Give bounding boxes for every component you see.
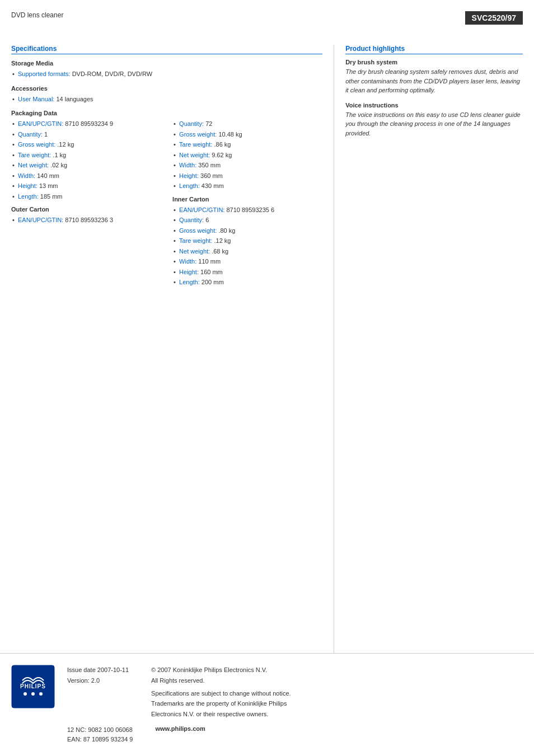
highlight-item-dry-brush: Dry brush system The dry brush cleaning …: [345, 59, 523, 95]
spec-label: Length:: [179, 182, 200, 189]
spec-value: 72: [204, 120, 212, 127]
product-highlights-title: Product highlights: [345, 45, 523, 54]
spec-label: Net weight:: [179, 248, 210, 255]
spec-value: 14 languages: [56, 96, 93, 102]
philips-logo-svg: PHILIPS: [11, 665, 55, 708]
spec-label: Width:: [179, 258, 196, 265]
spec-value: 185 mm: [39, 193, 63, 200]
list-item: Gross weight: .12 kg: [11, 139, 161, 150]
list-item: EAN/UPC/GTIN: 8710 89593236 3: [11, 215, 161, 226]
list-item: Net weight: .02 kg: [11, 160, 161, 171]
spec-value: 360 mm: [199, 172, 223, 179]
spec-value: .86 kg: [212, 141, 231, 148]
packaging-col: EAN/UPC/GTIN: 8710 89593234 9 Quantity: …: [11, 119, 161, 292]
footer-bottom: 12 NC: 9082 100 06068 EAN: 87 10895 9323…: [67, 725, 291, 745]
page-wrapper: DVD lens cleaner SVC2520/97 Specificatio…: [0, 0, 534, 756]
list-item: Width: 110 mm: [172, 256, 322, 267]
list-item: Tare weight: .1 kg: [11, 150, 161, 161]
main-content: Specifications Storage Media Supported f…: [0, 34, 534, 756]
list-item: EAN/UPC/GTIN: 8710 89593235 6: [172, 205, 322, 215]
list-item: Gross weight: 10.48 kg: [172, 129, 322, 140]
spec-label: Height:: [179, 269, 199, 275]
footer-info: Issue date 2007-10-11 Version: 2.0 © 200…: [67, 665, 291, 745]
storage-media-title: Storage Media: [11, 60, 322, 67]
spec-label: Tare weight:: [179, 237, 212, 244]
spec-label: Gross weight:: [179, 227, 217, 234]
spec-value: .1 kg: [51, 152, 66, 158]
spec-label: Height:: [179, 172, 199, 179]
spec-value: 13 mm: [38, 182, 58, 189]
list-item: Height: 160 mm: [172, 267, 322, 278]
highlight-item-title: Dry brush system: [345, 59, 523, 65]
list-item: Quantity: 6: [172, 215, 322, 226]
inner-carton-list: EAN/UPC/GTIN: 8710 89593235 6 Quantity: …: [172, 205, 322, 288]
list-item: Height: 13 mm: [11, 181, 161, 191]
list-item: Width: 140 mm: [11, 171, 161, 181]
outer-carton-title: Outer Carton: [11, 206, 161, 213]
list-item: Height: 360 mm: [172, 171, 322, 181]
right-column: Product highlights Dry brush system The …: [334, 45, 523, 756]
footer: PHILIPS Issue date 2007-10-11 Version: 2…: [0, 653, 534, 756]
svg-text:PHILIPS: PHILIPS: [20, 683, 46, 689]
spec-label: Length:: [179, 279, 200, 285]
spec-label: Net weight:: [179, 152, 210, 158]
spec-value: .12 kg: [55, 141, 74, 148]
accessories-list: User Manual: 14 languages: [11, 94, 322, 105]
footer-website[interactable]: www.philips.com: [155, 725, 205, 745]
footer-nc: 12 NC: 9082 100 06068 EAN: 87 10895 9323…: [67, 725, 133, 745]
spec-label: Quantity:: [179, 120, 204, 127]
spec-value: .68 kg: [210, 248, 228, 255]
spec-value: 8710 89593234 9: [63, 120, 113, 127]
spec-value: 1: [43, 131, 48, 138]
spec-value: .02 kg: [49, 162, 67, 168]
spec-label: Tare weight:: [179, 141, 212, 148]
outer-carton-details-list: Quantity: 72 Gross weight: 10.48 kg Tare…: [172, 119, 322, 191]
list-item: Length: 430 mm: [172, 181, 322, 191]
highlight-item-text: The dry brush cleaning system safely rem…: [345, 67, 523, 95]
svg-point-3: [31, 692, 35, 696]
spec-label: Tare weight:: [18, 152, 51, 158]
packaging-two-col: EAN/UPC/GTIN: 8710 89593234 9 Quantity: …: [11, 119, 322, 292]
version: Version: 2.0: [67, 675, 129, 686]
packaging-list: EAN/UPC/GTIN: 8710 89593234 9 Quantity: …: [11, 119, 161, 201]
spec-label: Quantity:: [179, 217, 204, 223]
spec-value: 200 mm: [200, 279, 224, 285]
spec-label: EAN/UPC/GTIN:: [18, 217, 63, 223]
trademark2: Electronics N.V. or their respective own…: [151, 709, 291, 720]
list-item: Length: 200 mm: [172, 277, 322, 288]
list-item: Tare weight: .86 kg: [172, 139, 322, 150]
spec-label: EAN/UPC/GTIN:: [179, 206, 224, 213]
spec-label: Width:: [18, 172, 35, 179]
philips-logo: PHILIPS: [11, 665, 56, 710]
highlight-item-title: Voice instructions: [345, 102, 523, 109]
copyright: © 2007 Koninklijke Philips Electronics N…: [151, 665, 291, 675]
footer-meta-right: © 2007 Koninklijke Philips Electronics N…: [151, 665, 291, 719]
spec-value: 160 mm: [199, 269, 223, 275]
left-column: Specifications Storage Media Supported f…: [11, 45, 334, 756]
storage-media-list: Supported formats: DVD-ROM, DVD/R, DVD/R…: [11, 69, 322, 79]
top-header: DVD lens cleaner SVC2520/97: [0, 0, 534, 34]
list-item: Quantity: 72: [172, 119, 322, 129]
svg-point-2: [24, 692, 27, 696]
specs-notice: Specifications are subject to change wit…: [151, 688, 291, 699]
issue-date: Issue date 2007-10-11: [67, 665, 129, 675]
list-item: User Manual: 14 languages: [11, 94, 322, 105]
list-item: EAN/UPC/GTIN: 8710 89593234 9: [11, 119, 161, 129]
spec-label: Width:: [179, 162, 196, 168]
highlight-item-text: The voice instructions on this easy to u…: [345, 110, 523, 138]
product-title: DVD lens cleaner: [11, 11, 63, 19]
footer-meta: Issue date 2007-10-11 Version: 2.0 © 200…: [67, 665, 291, 719]
list-item: Net weight: .68 kg: [172, 246, 322, 257]
spec-label: Height:: [18, 182, 38, 189]
list-item: Gross weight: .80 kg: [172, 226, 322, 236]
spec-value: 8710 89593236 3: [63, 217, 113, 223]
highlight-item-voice: Voice instructions The voice instruction…: [345, 102, 523, 138]
list-item: Quantity: 1: [11, 129, 161, 140]
inner-carton-title: Inner Carton: [172, 196, 322, 203]
outer-carton-list: EAN/UPC/GTIN: 8710 89593236 3: [11, 215, 161, 226]
accessories-title: Accessories: [11, 85, 322, 92]
model-number: SVC2520/97: [465, 11, 523, 25]
spec-label: Net weight:: [18, 162, 49, 168]
list-item: Length: 185 mm: [11, 191, 161, 202]
list-item: Width: 350 mm: [172, 160, 322, 171]
